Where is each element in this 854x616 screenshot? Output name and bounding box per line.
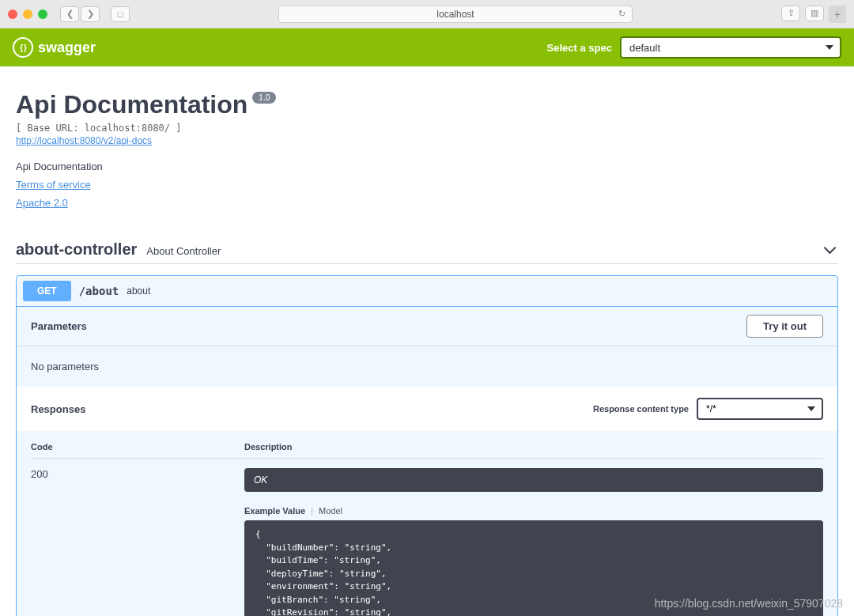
browser-chrome: ❮ ❯ □ localhost ↻ ⇧ ▥ + — [0, 0, 854, 28]
operation-summary[interactable]: GET /about about — [17, 276, 837, 307]
response-code: 200 — [31, 468, 244, 616]
tabs-button[interactable]: ▥ — [805, 6, 824, 21]
brand-text: swagger — [38, 40, 96, 56]
watermark: https://blog.csdn.net/weixin_57907028 — [655, 597, 843, 610]
forward-button[interactable]: ❯ — [81, 6, 100, 22]
browser-right-icons: ⇧ ▥ + — [781, 6, 846, 23]
maximize-window-button[interactable] — [38, 9, 47, 19]
tag-section: about-controller About Controller GET /a… — [16, 240, 838, 616]
title-row: Api Documentation 1.0 — [16, 90, 838, 119]
spec-selector: Select a spec default — [547, 36, 841, 59]
url-bar[interactable]: localhost ↻ — [278, 6, 633, 23]
content-type-label: Response content type — [593, 404, 689, 414]
responses-table: Code Description 200 OK Example Value | … — [17, 431, 837, 616]
responses-label: Responses — [31, 403, 85, 415]
minimize-window-button[interactable] — [23, 9, 32, 19]
tag-name: about-controller — [16, 240, 137, 259]
col-description-header: Description — [244, 442, 293, 452]
response-description: OK — [244, 468, 823, 492]
col-code-header: Code — [31, 442, 244, 452]
method-badge: GET — [23, 281, 71, 301]
chevron-down-icon — [826, 242, 838, 258]
tag-description: About Controller — [146, 245, 221, 257]
share-button[interactable]: ⇧ — [781, 6, 800, 21]
refresh-icon[interactable]: ↻ — [618, 9, 625, 19]
base-url: [ Base URL: localhost:8080/ ] — [16, 123, 838, 134]
terms-link[interactable]: Terms of service — [16, 179, 838, 191]
operation-block: GET /about about Parameters Try it out N… — [16, 275, 838, 616]
try-it-out-button[interactable]: Try it out — [746, 315, 823, 338]
close-window-button[interactable] — [8, 9, 17, 19]
main-content: Api Documentation 1.0 [ Base URL: localh… — [0, 66, 854, 616]
no-parameters-text: No parameters — [17, 346, 837, 387]
swagger-topbar: { } swagger Select a spec default — [0, 28, 854, 66]
parameters-header: Parameters Try it out — [17, 307, 837, 346]
swagger-icon: { } — [13, 37, 33, 58]
spec-dropdown[interactable]: default — [620, 36, 841, 59]
version-badge: 1.0 — [252, 92, 276, 104]
new-tab-button[interactable]: + — [829, 6, 846, 23]
example-tabs: Example Value | Model — [244, 506, 823, 516]
tag-header[interactable]: about-controller About Controller — [16, 240, 838, 264]
api-docs-link[interactable]: http://localhost:8080/v2/api-docs — [16, 135, 838, 146]
api-description: Api Documentation — [16, 161, 838, 172]
operation-path: /about — [79, 285, 119, 297]
back-button[interactable]: ❮ — [60, 6, 79, 22]
response-row: 200 OK Example Value | Model { "buildNum… — [31, 459, 823, 616]
sidebar-button[interactable]: □ — [111, 6, 130, 22]
traffic-lights — [8, 9, 47, 19]
response-description-cell: OK Example Value | Model { "buildNumber"… — [244, 468, 823, 616]
spec-label: Select a spec — [547, 42, 612, 54]
api-title: Api Documentation — [16, 90, 248, 119]
response-content-type: Response content type */* — [593, 398, 823, 420]
tab-separator: | — [311, 506, 313, 516]
swagger-logo: { } swagger — [13, 37, 96, 58]
license-link[interactable]: Apache 2.0 — [16, 197, 838, 209]
responses-header: Responses Response content type */* — [17, 387, 837, 431]
nav-buttons: ❮ ❯ — [60, 6, 100, 22]
url-text: localhost — [436, 9, 474, 20]
tab-model[interactable]: Model — [319, 506, 342, 516]
responses-table-header: Code Description — [31, 442, 823, 459]
content-type-dropdown[interactable]: */* — [697, 398, 823, 420]
operation-description: about — [127, 285, 150, 297]
operation-body: Parameters Try it out No parameters Resp… — [17, 307, 837, 616]
tab-example-value[interactable]: Example Value — [244, 506, 305, 516]
parameters-label: Parameters — [31, 320, 87, 332]
